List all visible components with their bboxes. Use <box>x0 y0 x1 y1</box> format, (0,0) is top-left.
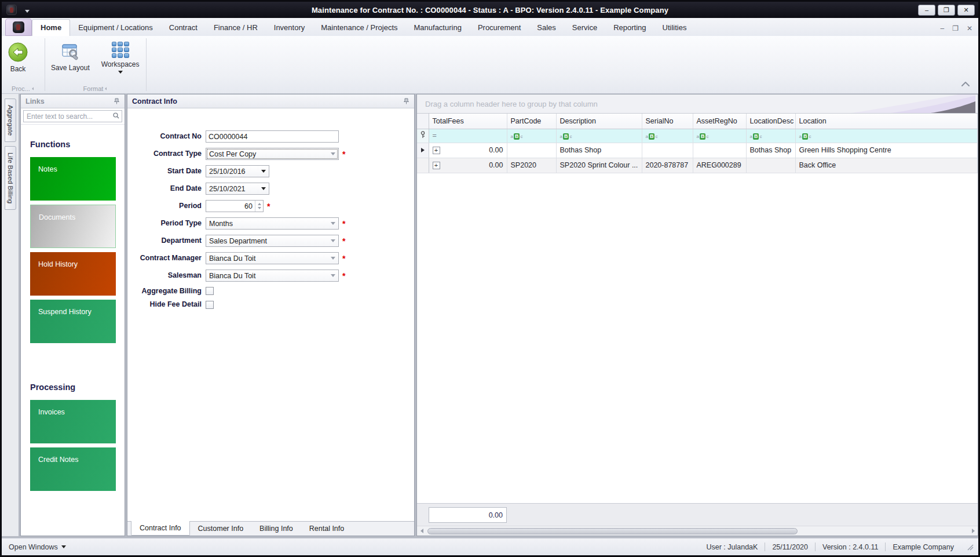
invoices-button[interactable]: Invoices <box>30 400 116 443</box>
tab-contract-info[interactable]: Contract Info <box>131 521 190 536</box>
status-user: User : JulandaK <box>706 543 758 551</box>
spinner-down-icon[interactable] <box>258 207 261 209</box>
ribbon-tab-sales[interactable]: Sales <box>529 20 564 36</box>
links-search-input[interactable] <box>23 110 122 122</box>
aggregate-billing-checkbox[interactable] <box>206 287 214 295</box>
title-bar: Maintenance for Contract No. : CO0000044… <box>2 2 978 18</box>
filter-cell-assetregno[interactable]: aBc <box>693 129 746 143</box>
hold-history-button[interactable]: Hold History <box>30 252 116 296</box>
end-date-picker[interactable]: 25/10/2021 <box>206 183 269 195</box>
column-header-location[interactable]: Location <box>795 114 978 129</box>
open-windows-button[interactable]: Open Windows <box>5 543 66 551</box>
column-header-description[interactable]: Description <box>556 114 642 129</box>
workspaces-label: Workspaces <box>101 60 140 68</box>
period-stepper[interactable]: 60 <box>206 200 264 212</box>
ribbon-tab-service[interactable]: Service <box>564 20 605 36</box>
links-panel-title: Links <box>25 97 45 105</box>
maximize-button[interactable]: ❐ <box>938 5 955 16</box>
side-tab-life-based-billing[interactable]: Life Based Billing <box>5 146 16 210</box>
ribbon-tab-reporting[interactable]: Reporting <box>605 20 654 36</box>
ribbon-tab-contract[interactable]: Contract <box>161 20 206 36</box>
salesman-label: Salesman <box>136 271 202 279</box>
ribbon-tab-manufacturing[interactable]: Manufacturing <box>406 20 470 36</box>
contract-no-input[interactable] <box>206 130 339 143</box>
period-type-dropdown[interactable]: Months <box>206 217 339 230</box>
status-bar: Open Windows User : JulandaK 25/11/2020 … <box>2 538 978 555</box>
filter-cell-serialno[interactable]: aBc <box>642 129 693 143</box>
mdi-close-button[interactable]: ✕ <box>967 24 972 32</box>
credit-notes-button[interactable]: Credit Notes <box>30 447 116 491</box>
group-label-processing[interactable]: Proc... <box>2 83 45 93</box>
scroll-right-icon[interactable] <box>968 529 978 533</box>
tab-rental-info[interactable]: Rental Info <box>301 522 352 536</box>
ribbon-tab-equipment-locations[interactable]: Equipment / Locations <box>70 20 161 36</box>
collapse-ribbon-icon[interactable] <box>961 78 970 89</box>
scrollbar-thumb[interactable] <box>427 528 798 534</box>
tab-billing-info[interactable]: Billing Info <box>251 522 301 536</box>
contract-panel-header: Contract Info <box>127 94 414 108</box>
application-menu-button[interactable] <box>5 19 32 36</box>
window-title: Maintenance for Contract No. : CO0000044… <box>2 6 978 14</box>
group-by-bar[interactable]: Drag a column header here to group by th… <box>417 94 978 114</box>
ribbon-tab-maintenance-projects[interactable]: Maintenance / Projects <box>313 20 405 36</box>
filter-cell-location[interactable]: aBc <box>795 129 978 143</box>
salesman-dropdown[interactable]: Bianca Du Toit <box>206 270 339 282</box>
mdi-restore-button[interactable]: ❐ <box>952 24 959 32</box>
minimize-button[interactable]: – <box>918 5 935 16</box>
notes-button[interactable]: Notes <box>30 157 116 201</box>
column-header-serialno[interactable]: SerialNo <box>642 114 693 129</box>
column-header-totalfees[interactable]: TotalFees <box>429 114 507 129</box>
ribbon-tab-inventory[interactable]: Inventory <box>266 20 313 36</box>
group-label-format[interactable]: Format <box>45 83 146 93</box>
search-icon[interactable] <box>113 112 119 119</box>
ribbon-tab-finance-hr[interactable]: Finance / HR <box>206 20 266 36</box>
workspaces-dropdown-icon <box>118 71 123 74</box>
department-dropdown[interactable]: Sales Department <box>206 235 339 247</box>
mdi-minimize-button[interactable]: – <box>940 24 944 32</box>
chevron-down-icon <box>331 222 335 225</box>
contract-no-label: Contract No <box>136 132 202 140</box>
expand-row-icon[interactable]: + <box>433 147 440 154</box>
start-date-picker[interactable]: 25/10/2016 <box>206 165 269 177</box>
links-search-row <box>21 108 125 125</box>
ribbon-tab-home[interactable]: Home <box>32 19 70 36</box>
save-layout-icon <box>60 42 80 61</box>
side-tab-aggregate[interactable]: Aggregate <box>5 99 16 142</box>
back-button[interactable]: Back <box>2 39 34 75</box>
expand-row-icon[interactable]: + <box>433 162 440 169</box>
documents-button[interactable]: Documents <box>30 205 116 248</box>
pin-icon[interactable] <box>114 96 120 107</box>
ribbon-group-separator <box>146 38 147 91</box>
contract-manager-dropdown[interactable]: Bianca Du Toit <box>206 252 339 264</box>
ribbon-body: Back Proc... <box>2 36 978 94</box>
filter-cell-description[interactable]: aBc <box>556 129 642 143</box>
back-label: Back <box>10 65 26 73</box>
filter-cell-partcode[interactable]: aBc <box>507 129 556 143</box>
chevron-down-icon <box>261 170 266 173</box>
hide-fee-detail-checkbox[interactable] <box>206 301 214 309</box>
period-label: Period <box>136 202 202 210</box>
table-row[interactable]: +0.00 Bothas Shop Bothas Shop Green Hill… <box>417 143 978 158</box>
table-row[interactable]: +0.00 SP2020 SP2020 Sprint Colour ... 20… <box>417 158 978 173</box>
bpo-logo-icon <box>13 21 24 33</box>
tab-customer-info[interactable]: Customer Info <box>190 522 252 536</box>
column-header-locationdesc[interactable]: LocationDesc <box>746 114 795 129</box>
ribbon-tab-procurement[interactable]: Procurement <box>470 20 529 36</box>
pin-icon[interactable] <box>404 96 409 107</box>
column-header-partcode[interactable]: PartCode <box>507 114 556 129</box>
hide-fee-detail-label: Hide Fee Detail <box>136 300 202 308</box>
spinner-up-icon[interactable] <box>258 203 261 205</box>
filter-cell-totalfees[interactable]: = <box>429 129 507 143</box>
suspend-history-button[interactable]: Suspend History <box>30 300 116 343</box>
column-header-assetregno[interactable]: AssetRegNo <box>693 114 746 129</box>
filter-cell-locationdesc[interactable]: aBc <box>746 129 795 143</box>
scroll-left-icon[interactable] <box>417 529 426 533</box>
resize-grip-icon[interactable] <box>967 544 974 551</box>
ribbon-tab-utilities[interactable]: Utilities <box>654 20 695 36</box>
save-layout-button[interactable]: Save Layout <box>45 39 96 74</box>
workspaces-button[interactable]: Workspaces <box>96 39 145 76</box>
close-button[interactable]: ✕ <box>957 5 975 16</box>
horizontal-scrollbar[interactable] <box>417 526 978 536</box>
contract-bottom-tabs: Contract Info Customer Info Billing Info… <box>127 521 414 536</box>
contract-type-dropdown[interactable]: Cost Per Copy <box>206 148 339 160</box>
